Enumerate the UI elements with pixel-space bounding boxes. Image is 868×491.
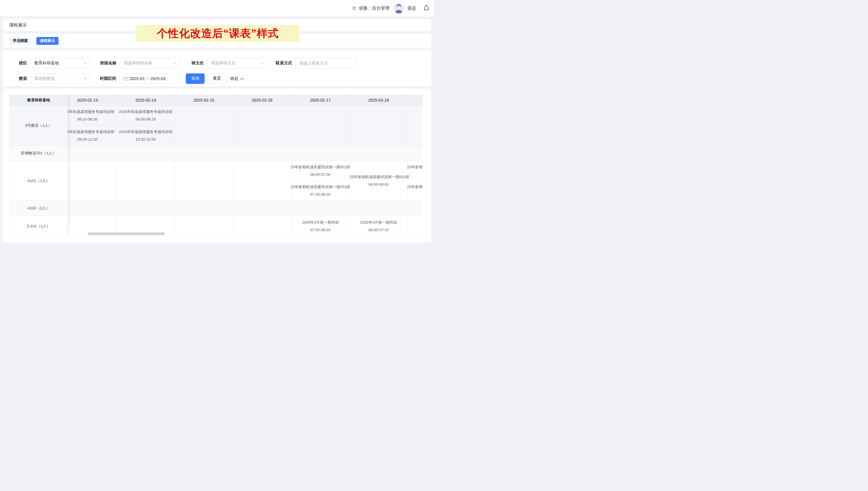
class-name-label: 班级名称 [91,61,120,66]
date-range-label: 时期区间 [91,76,120,81]
schedule-cell [349,201,408,216]
bell-icon[interactable] [424,5,429,11]
search-button[interactable]: 查询 [186,74,205,84]
chevron-down-icon [173,61,176,65]
schedule-entry[interactable]: 25年首都机场党建培训第一期001班 [407,164,423,177]
class-name-select[interactable]: 请选择班级名称 [120,58,180,68]
schedule-subcell: 25年首都机场党建培训第一期001班 [408,181,423,201]
classroom-label: 教室 [3,76,31,81]
entry-time-range: 06:00-06:20 [119,116,173,122]
schedule-cell [291,106,349,146]
date-column-header: 2025-02-16 [233,95,291,106]
tab-student-archive[interactable]: 学员档案 [9,37,31,45]
entry-class-name: 25年首都机场党建培训第一期001班 [407,184,423,190]
date-range-value: 2025-02- ~ 2025-03- [129,76,167,81]
date-column-header: 2025-02-17 [291,95,349,106]
topbar: 切换：后台管理 遥远 [0,0,434,16]
schedule-entry[interactable]: 25年首都机场党建培训第一期001班 [407,184,423,197]
avatar-person-icon [394,3,404,13]
entry-class-name: 2025年机场真情服务专题培训班 [61,109,114,114]
entry-class-name: 2025年机场真情服务专题培训班 [119,109,173,114]
campus-column-header: 教育科研基地 [10,95,68,106]
campus-select[interactable]: 教育科研基地 [31,58,91,68]
schedule-cell [233,106,291,146]
entry-time-range: 06:10-06:30 [61,116,114,122]
entry-time-range: 08:00-09:00 [349,182,407,187]
schedule-row [59,201,423,216]
entry-time-range: 07:00-08:20 [291,227,349,233]
schedule-cell [117,146,175,161]
horizontal-scrollbar-thumb[interactable] [88,232,165,235]
filter-card: 校区 教育科研基地 班级名称 请选择班级名称 班主任 请选择班主任 联系方式 [3,50,431,86]
room-label: 5-101（1人） [10,216,68,237]
schedule-subcell: 25年首都机场党建培训第一期001班07:30-08:30 [291,181,349,201]
schedule-entry[interactable]: 2025年机场真情服务专题培训班10:30-10:50 [119,129,173,142]
schedule-cell [349,146,408,161]
date-column-header: 2025-02-15 [175,95,233,106]
contact-input[interactable] [296,58,356,68]
schedule-cell [175,146,233,161]
chevron-down-icon [84,61,87,65]
caret-up-icon [240,78,244,80]
entry-time-range [407,172,423,177]
schedule-entry[interactable]: 25年首都机场党建培训第一期001班07:30-08:30 [290,184,350,197]
chevron-down-icon [84,77,87,80]
contact-label: 联系方式 [268,61,296,66]
calendar-icon [123,77,128,81]
room-label: A101（1人） [10,161,68,201]
date-column-header: 2025-02-14 [117,95,175,106]
schedule-subcell: 2025年机场真情服务专题培训班10:30-10:50 [117,125,175,145]
schedule-cell [175,106,233,146]
schedule-cell [233,161,291,201]
schedule-cell [408,201,423,216]
collapse-label: 收起 [230,76,238,81]
entry-class-name: 25年首都机场党建培训第一期001班 [290,184,350,190]
schedule-cell: 2025年机场真情服务专题培训班06:00-06:202025年机场真情服务专题… [117,106,175,146]
schedule-cell [233,146,291,161]
schedule-card: 2025-02-132025-02-142025-02-152025-02-16… [3,89,431,242]
reset-button[interactable]: 重置 [208,74,226,84]
avatar[interactable] [394,3,404,13]
schedule-entry[interactable]: 2025年机场真情服务专题培训班06:10-06:30 [61,109,114,122]
entry-class-name: 2025年2月第一期培训 [349,220,407,225]
entry-time-range: 06:00-07:00 [290,172,350,177]
class-name-placeholder: 请选择班级名称 [124,61,152,66]
schedule-entry[interactable]: 2025年2月第一期培训06:30-07:10 [349,220,407,233]
schedule-entry[interactable]: 25年首都机场党建培训第一期001班08:00-09:00 [349,174,407,187]
date-column-header: 2025-02-19 [408,95,423,106]
head-teacher-placeholder: 请选择班主任 [211,61,236,66]
schedule-cell [291,201,349,216]
head-teacher-label: 班主任 [180,61,207,66]
entry-time-range [407,192,423,197]
switch-label: 切换：后台管理 [359,5,390,11]
schedule-subcell: 25年首都机场党建培训第一期001班 [408,161,423,181]
date-range-picker[interactable]: 2025-02- ~ 2025-03- [120,74,180,84]
schedule-cell [117,161,175,201]
switch-role-button[interactable]: 切换：后台管理 [352,5,390,11]
entry-time-range: 07:30-08:30 [290,192,350,197]
schedule-scroll-viewport[interactable]: 2025-02-132025-02-142025-02-152025-02-16… [9,95,423,237]
entry-class-name: 2025年机场真情服务专题培训班 [119,129,173,135]
schedule-entry[interactable]: 2025年机场真情服务专题培训班06:00-06:20 [119,109,173,122]
main-content: 课程展示 学员档案 课程展示 校区 教育科研基地 班级名称 请选择班级名称 班主… [0,16,434,242]
schedule-entry[interactable]: 2025年机场真情服务专题培训班09:00-12:00 [61,129,114,142]
date-column-header: 2025-02-18 [349,95,408,106]
campus-label: 校区 [3,61,31,66]
classroom-select[interactable]: 请选择教室 [31,74,91,84]
entry-time-range: 10:30-10:50 [119,137,173,142]
schedule-entry[interactable]: 25年首都机场党建培训第一期001班06:00-07:00 [290,164,350,177]
entry-class-name: 25年首都机场党建培训第一期001班 [290,164,350,170]
collapse-toggle[interactable]: 收起 [230,76,244,81]
schedule-entry[interactable]: 2025年2月第一期培训07:00-08:20 [291,220,349,233]
head-teacher-select[interactable]: 请选择班主任 [207,58,268,68]
entry-class-name: 25年首都机场党建培训第一期001班 [349,174,407,180]
chevron-down-icon [260,61,264,65]
schedule-row: 25年首都机场党建培训第一期001班06:00-07:0025年首都机场党建培训… [59,161,423,201]
tab-course-display[interactable]: 课程展示 [36,37,59,45]
schedule-cell [233,201,291,216]
room-label: 阶梯教室201（1人） [10,146,68,161]
schedule-cell: 25年首都机场党建培训第一期001班08:00-09:00 [349,161,408,201]
entry-class-name: 2025年2月第一期培训 [291,220,349,225]
campus-value: 教育科研基地 [34,61,59,66]
schedule-row [59,146,423,161]
